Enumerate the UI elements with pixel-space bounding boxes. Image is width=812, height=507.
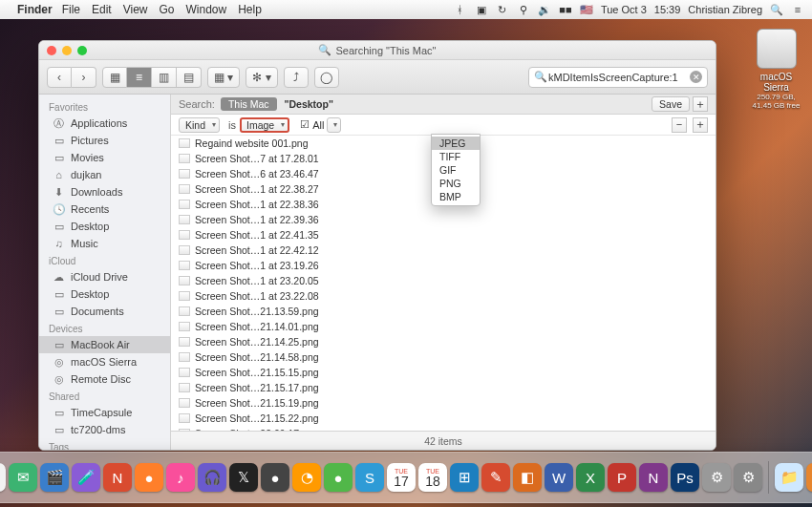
menu-help[interactable]: Help [238, 3, 262, 16]
gallery-view-button[interactable]: ▤ [177, 67, 202, 88]
input-flag-icon[interactable]: 🇺🇸 [580, 4, 593, 16]
dock-app[interactable]: TUE18 [418, 463, 447, 492]
file-row[interactable]: Screen Shot…22.09.17.png [171, 426, 716, 431]
dock-app[interactable]: Ps [671, 463, 699, 492]
sidebar-fav-desktop[interactable]: ▭Desktop [39, 218, 170, 235]
dock-app[interactable]: ⊞ [450, 463, 479, 492]
timemachine-icon[interactable]: ↻ [496, 4, 509, 16]
file-row[interactable]: Screen Shot…21.14.25.png [171, 334, 716, 349]
sidebar-fav-movies[interactable]: ▭Movies [39, 149, 170, 166]
menu-edit[interactable]: Edit [92, 3, 112, 16]
dock-app[interactable]: 🎧 [198, 463, 226, 492]
file-row[interactable]: Screen Shot…21.15.15.png [171, 365, 716, 380]
file-row[interactable]: Screen Shot…1 at 22.39.36 [171, 212, 716, 227]
dropdown-bmp[interactable]: BMP [432, 190, 480, 203]
sidebar-device-macos-sierra[interactable]: ◎macOS Sierra [39, 353, 170, 370]
menu-file[interactable]: File [62, 3, 80, 16]
app-name[interactable]: Finder [17, 3, 53, 16]
search-field[interactable]: 🔍 kMDItemIsScreenCapture:1 ✕ [528, 67, 708, 88]
menu-window[interactable]: Window [186, 3, 227, 16]
all-checkbox[interactable]: ☑ [300, 118, 310, 131]
sidebar-fav-pictures[interactable]: ▭Pictures [39, 132, 170, 149]
dock-app[interactable]: 🧪 [72, 463, 100, 492]
sidebar-fav-downloads[interactable]: ⬇Downloads [39, 183, 170, 201]
dock-app[interactable]: ● [324, 463, 353, 492]
sidebar-shared-tc7200-dms[interactable]: ▭tc7200-dms [39, 421, 170, 438]
sidebar-fav-music[interactable]: ♫Music [39, 235, 170, 252]
dock-app[interactable]: W [545, 463, 573, 492]
file-row[interactable]: Screen Shot…21.13.59.png [171, 304, 716, 319]
clear-search-button[interactable]: ✕ [690, 71, 702, 83]
file-row[interactable]: Screen Shot…1 at 23.22.08 [171, 288, 716, 304]
menu-go[interactable]: Go [160, 3, 175, 16]
menubar-user[interactable]: Christian Zibreg [688, 4, 762, 15]
dock-app[interactable]: ◔ [292, 463, 321, 492]
arrange-button[interactable]: ▦ ▾ [207, 67, 240, 88]
dropdown-jpeg[interactable]: JPEG [432, 137, 480, 150]
bluetooth-icon[interactable]: ᚼ [454, 4, 467, 15]
notification-center-icon[interactable]: ≡ [791, 4, 804, 15]
dock-app[interactable]: ✎ [481, 463, 510, 492]
forward-button[interactable]: › [72, 67, 96, 88]
close-button[interactable] [47, 46, 56, 55]
criteria-value[interactable]: Image [240, 117, 289, 133]
column-view-button[interactable]: ▥ [152, 67, 177, 88]
add-criteria-button[interactable]: ＋ [693, 96, 708, 112]
dock-app[interactable]: ⚙ [702, 463, 731, 492]
share-button[interactable]: ⤴ [284, 67, 309, 88]
file-row[interactable]: Screen Shot…1 at 23.19.26 [171, 258, 716, 273]
criteria-kind[interactable]: Kind [179, 117, 220, 133]
dropdown-gif[interactable]: GIF [432, 163, 480, 177]
dock-app[interactable]: N [639, 463, 668, 492]
all-dropdown[interactable] [327, 117, 341, 133]
dock-app[interactable]: ✉ [9, 463, 37, 492]
file-row[interactable]: Screen Shot…21.14.01.png [171, 319, 716, 334]
scope-desktop[interactable]: "Desktop" [279, 97, 339, 111]
action-button[interactable]: ✻ ▾ [246, 67, 277, 88]
dock-app[interactable]: ⚙ [734, 463, 762, 492]
desktop-drive[interactable]: macOS Sierra 250.79 GB, 41.45 GB free [750, 29, 802, 110]
menu-view[interactable]: View [123, 3, 148, 16]
dock-app[interactable]: ◧ [513, 463, 542, 492]
file-row[interactable]: Screen Shot…1 at 22.41.35 [171, 227, 716, 243]
sidebar-shared-timecapsule[interactable]: ▭TimeCapsule [39, 404, 170, 421]
spotlight-icon[interactable]: 🔍 [770, 4, 783, 16]
tags-button[interactable]: ◯ [314, 67, 339, 88]
wifi-icon[interactable]: ⚲ [517, 4, 530, 16]
file-row[interactable]: Screen Shot…21.15.19.png [171, 395, 716, 411]
dock-app[interactable]: TUE17 [387, 463, 416, 492]
file-row[interactable]: Screen Shot…21.14.58.png [171, 349, 716, 365]
dock-app[interactable]: 📄 [806, 463, 812, 492]
sidebar-icloud-documents[interactable]: ▭Documents [39, 303, 170, 320]
sidebar-icloud-icloud-drive[interactable]: ☁iCloud Drive [39, 268, 170, 285]
zoom-button[interactable] [77, 46, 87, 55]
dock-app[interactable]: ● [135, 463, 163, 492]
sidebar-fav-dujkan[interactable]: ⌂dujkan [39, 166, 170, 183]
dropdown-tiff[interactable]: TIFF [432, 150, 480, 163]
dock-app[interactable]: X [576, 463, 605, 492]
list-view-button[interactable]: ≡ [127, 67, 152, 88]
scope-this-mac[interactable]: This Mac [221, 97, 277, 111]
dock-app[interactable]: ✉ [0, 463, 6, 492]
dock-app[interactable]: 🎬 [40, 463, 69, 492]
sidebar-device-remote-disc[interactable]: ◎Remote Disc [39, 370, 170, 388]
dock-app[interactable]: S [355, 463, 384, 492]
dropdown-png[interactable]: PNG [432, 177, 480, 190]
dock-app[interactable]: ♪ [166, 463, 195, 492]
save-search-button[interactable]: Save [652, 96, 690, 112]
add-criteria-button-2[interactable]: ＋ [693, 117, 708, 133]
airplay-icon[interactable]: ▣ [475, 4, 488, 16]
sidebar-icloud-desktop[interactable]: ▭Desktop [39, 285, 170, 303]
file-row[interactable]: Screen Shot…1 at 22.42.12 [171, 243, 716, 258]
sidebar-fav-recents[interactable]: 🕓Recents [39, 201, 170, 218]
titlebar[interactable]: 🔍 Searching "This Mac" [39, 41, 716, 60]
icon-view-button[interactable]: ▦ [102, 67, 127, 88]
dock-app[interactable]: 📁 [775, 463, 803, 492]
sidebar-fav-applications[interactable]: ⒶApplications [39, 115, 170, 132]
minimize-button[interactable] [62, 46, 72, 55]
file-row[interactable]: Screen Shot…21.15.17.png [171, 380, 716, 395]
file-row[interactable]: Screen Shot…21.15.22.png [171, 411, 716, 426]
dock-app[interactable]: 𝕏 [229, 463, 258, 492]
dock-app[interactable]: ● [261, 463, 289, 492]
remove-criteria-button[interactable]: － [672, 117, 687, 133]
